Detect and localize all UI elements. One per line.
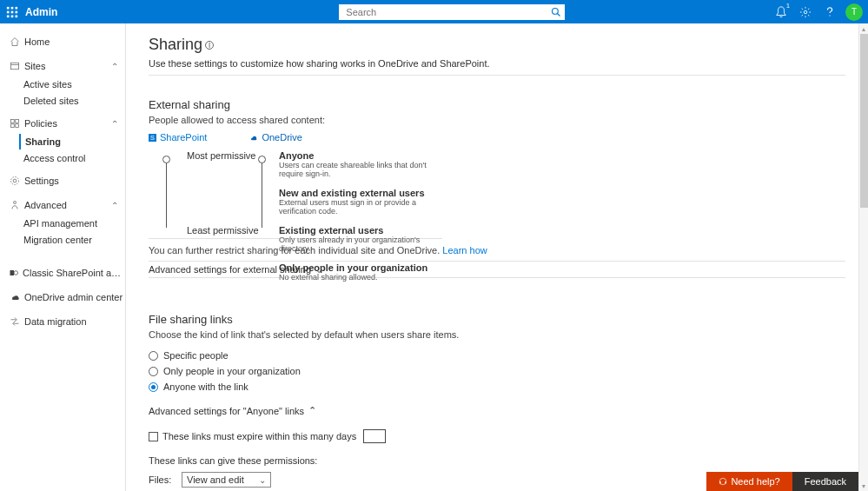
svg-rect-12 [11, 63, 19, 70]
svg-point-22 [14, 271, 18, 275]
gear-icon [799, 6, 812, 18]
gear-icon [9, 176, 21, 186]
sharing-levels: AnyoneUsers can create shareable links t… [279, 150, 442, 291]
product-chips: S SharePoint OneDrive [149, 132, 845, 143]
nav-home[interactable]: Home [0, 32, 125, 51]
feedback-button[interactable]: Feedback [792, 472, 858, 491]
info-icon[interactable]: i [205, 41, 214, 50]
notif-badge: 1 [786, 3, 790, 9]
svg-rect-3 [6, 10, 9, 13]
expire-label: These links must expire within this many… [162, 431, 356, 441]
svg-rect-1 [10, 6, 13, 9]
nav-onedrive-admin[interactable]: OneDrive admin center [0, 288, 125, 307]
svg-rect-17 [16, 124, 19, 128]
sites-icon [9, 61, 21, 71]
svg-rect-27 [726, 481, 726, 484]
nav-deleted-sites[interactable]: Deleted sites [0, 93, 125, 109]
need-help-button[interactable]: Need help? [706, 472, 792, 491]
svg-rect-5 [15, 10, 17, 13]
external-sharing-heading: External sharing [149, 98, 845, 111]
user-avatar[interactable]: T [845, 3, 863, 21]
divider [149, 75, 845, 76]
policies-icon [9, 118, 21, 129]
nav-access-control[interactable]: Access control [0, 150, 125, 166]
nav-settings[interactable]: Settings [0, 171, 125, 190]
slider-label-bottom: Least permissive [187, 225, 259, 236]
advanced-anyone-links-toggle[interactable]: Advanced settings for "Anyone" links ⌃ [149, 405, 845, 416]
svg-rect-7 [10, 15, 13, 17]
nav-classic-admin[interactable]: Classic SharePoint admin ce... [0, 263, 125, 282]
chevron-up-icon: ⌃ [308, 405, 316, 416]
svg-rect-26 [720, 481, 721, 484]
files-label: Files: [149, 474, 173, 485]
svg-rect-15 [16, 120, 19, 123]
search-box[interactable] [339, 4, 565, 20]
nav-advanced[interactable]: Advanced ⌃ [0, 196, 125, 215]
chevron-up-icon: ⌃ [111, 119, 118, 129]
file-sharing-sub: Choose the kind of link that's selected … [149, 329, 845, 340]
bell-icon [775, 6, 787, 18]
main-content: Sharing i Use these settings to customiz… [126, 23, 868, 491]
header-actions: 1 T [769, 0, 868, 23]
onedrive-icon [250, 134, 258, 142]
svg-line-10 [558, 13, 560, 16]
nav-api-management[interactable]: API management [0, 216, 125, 231]
chevron-down-icon: ⌄ [259, 475, 266, 485]
radio-org-only[interactable]: Only people in your organization [149, 363, 845, 379]
home-icon [9, 36, 21, 47]
svg-rect-0 [6, 6, 9, 9]
scroll-down-arrow[interactable]: ▾ [859, 481, 868, 491]
global-header: Admin 1 T [0, 0, 868, 23]
scroll-thumb[interactable] [860, 34, 868, 208]
learn-how-link[interactable]: Learn how [442, 245, 487, 255]
nav-migration-center[interactable]: Migration center [0, 232, 125, 248]
question-icon [824, 6, 836, 18]
svg-text:S: S [150, 134, 155, 142]
nav-sites[interactable]: Sites ⌃ [0, 56, 125, 76]
svg-point-11 [804, 10, 807, 14]
svg-point-18 [13, 179, 17, 182]
nav-sharing[interactable]: Sharing [19, 134, 125, 149]
svg-rect-2 [15, 6, 17, 9]
files-permission-select[interactable]: View and edit ⌄ [182, 472, 271, 488]
nav-data-migration[interactable]: Data migration [0, 312, 125, 331]
search-icon[interactable] [551, 7, 561, 17]
nav-active-sites[interactable]: Active sites [0, 76, 125, 92]
svg-point-19 [11, 177, 19, 185]
radio-specific-people[interactable]: Specific people [149, 348, 845, 363]
svg-rect-4 [10, 10, 13, 13]
page-title: Sharing i [149, 36, 845, 54]
slider-label-top: Most permissive [187, 150, 255, 161]
nav-sidebar: Home Sites ⌃ Active sites Deleted sites … [0, 23, 126, 491]
chip-onedrive: OneDrive [250, 132, 301, 143]
svg-rect-8 [15, 15, 17, 17]
settings-button[interactable] [793, 0, 818, 23]
app-launcher-button[interactable] [0, 0, 23, 23]
file-sharing-heading: File sharing links [149, 313, 845, 326]
chevron-up-icon: ⌃ [111, 62, 118, 71]
nav-policies[interactable]: Policies ⌃ [0, 114, 125, 133]
sharepoint-icon [9, 268, 19, 278]
notifications-button[interactable]: 1 [769, 0, 793, 23]
svg-rect-21 [10, 270, 15, 275]
waffle-icon [6, 6, 18, 18]
radio-anyone-link[interactable]: Anyone with the link [149, 379, 845, 395]
external-sharing-box: Most permissive Least permissive AnyoneU… [149, 148, 442, 239]
vertical-scrollbar[interactable]: ▴ ▾ [858, 23, 868, 491]
expire-checkbox[interactable] [149, 432, 158, 441]
page-description: Use these settings to customize how shar… [149, 58, 845, 69]
scroll-up-arrow[interactable]: ▴ [859, 23, 868, 34]
headset-icon [719, 477, 727, 486]
search-input[interactable] [342, 7, 551, 17]
advanced-external-sharing-toggle[interactable]: Advanced settings for external sharing ⌄ [149, 261, 845, 278]
onedrive-icon [9, 292, 21, 302]
svg-rect-14 [11, 120, 15, 123]
help-button[interactable] [818, 0, 842, 23]
chevron-up-icon: ⌃ [111, 201, 118, 210]
svg-point-20 [14, 202, 17, 204]
sharepoint-slider[interactable] [166, 153, 218, 231]
chip-sharepoint: S SharePoint [149, 132, 207, 143]
advanced-icon [9, 200, 21, 210]
expire-days-input[interactable] [363, 429, 386, 443]
svg-rect-16 [11, 124, 15, 128]
